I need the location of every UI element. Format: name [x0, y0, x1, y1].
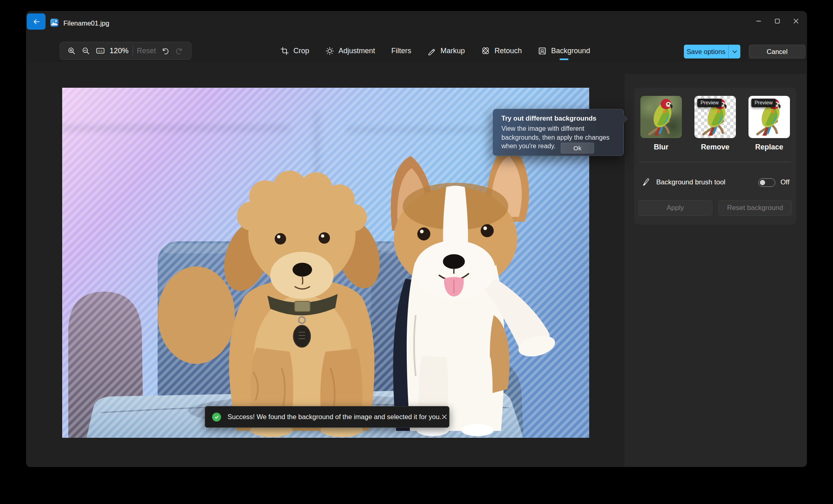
minimize-icon	[755, 17, 763, 25]
maximize-button[interactable]	[768, 13, 787, 29]
reset-zoom-button[interactable]: Reset	[137, 47, 156, 55]
replace-thumbnail: Preview	[748, 96, 790, 138]
brush-tool-toggle[interactable]	[758, 178, 775, 187]
chevron-down-icon	[732, 50, 737, 54]
close-icon	[441, 414, 447, 420]
zoom-in-icon	[67, 47, 76, 55]
option-remove[interactable]: Preview Remove	[694, 96, 736, 151]
back-arrow-icon	[33, 18, 40, 26]
undo-button[interactable]	[160, 45, 170, 57]
tab-adjustment[interactable]: Adjustment	[325, 47, 375, 55]
apply-button[interactable]: Apply	[638, 200, 712, 216]
tab-label: Retouch	[495, 47, 522, 55]
active-tab-underline	[560, 58, 568, 60]
option-label: Replace	[748, 143, 790, 151]
panel-divider	[639, 162, 791, 162]
redo-button[interactable]	[174, 45, 185, 57]
background-icon	[538, 47, 547, 55]
background-brush-row: Background brush tool Off	[641, 174, 790, 191]
redo-icon	[175, 47, 184, 55]
option-blur[interactable]: Blur	[640, 96, 682, 151]
tab-background[interactable]: Background	[538, 47, 590, 55]
toast-message: Success! We found the background of the …	[228, 413, 441, 421]
back-button[interactable]	[27, 13, 46, 30]
editor-toolbar: 1:1 120% Reset	[26, 42, 807, 62]
tab-label: Filters	[391, 47, 411, 55]
zoom-out-icon	[82, 47, 90, 55]
background-options-card: Blur Preview Remove Preview	[634, 88, 796, 225]
toolbar-divider	[132, 45, 133, 56]
background-teaching-tip: Try out different backgrounds View the i…	[493, 109, 624, 156]
tab-label: Adjustment	[338, 47, 375, 55]
photos-app-window: Filename01.jpg	[26, 11, 807, 467]
editor-tabs: Crop Adjustment Filters	[280, 42, 590, 60]
option-label: Blur	[640, 143, 682, 151]
zoom-controls-group: 1:1 120% Reset	[60, 42, 191, 60]
brush-tool-label: Background brush tool	[656, 178, 725, 186]
preview-badge: Preview	[751, 99, 776, 107]
option-label: Remove	[694, 143, 736, 151]
brush-icon	[641, 177, 651, 187]
tab-retouch[interactable]: Retouch	[481, 46, 522, 55]
tab-label: Markup	[440, 47, 465, 55]
actual-size-button[interactable]: 1:1	[95, 45, 106, 57]
save-options-label: Save options	[684, 45, 728, 58]
window-title: Filename01.jpg	[63, 19, 109, 27]
minimize-button[interactable]	[749, 13, 768, 29]
tab-crop[interactable]: Crop	[280, 47, 309, 55]
zoom-in-button[interactable]	[66, 45, 77, 57]
cancel-button[interactable]: Cancel	[749, 45, 805, 58]
one-to-one-icon: 1:1	[96, 46, 105, 55]
panel-actions: Apply Reset background	[638, 200, 792, 216]
svg-text:1:1: 1:1	[98, 49, 103, 53]
save-options-dropdown[interactable]	[728, 45, 740, 58]
retouch-bandage-icon	[481, 46, 490, 55]
brush-tool-state: Off	[781, 178, 790, 186]
crop-icon	[280, 47, 289, 55]
option-replace[interactable]: Preview Replace	[748, 96, 790, 151]
zoom-out-button[interactable]	[81, 45, 91, 57]
preview-badge: Preview	[697, 99, 722, 107]
desktop: Filename01.jpg	[0, 0, 833, 504]
markup-pen-icon	[427, 47, 436, 55]
zoom-level-value: 120%	[110, 47, 129, 55]
tab-filters[interactable]: Filters	[391, 47, 411, 55]
toast-close-button[interactable]	[441, 411, 447, 424]
success-toast: Success! We found the background of the …	[205, 406, 449, 428]
success-check-icon	[212, 413, 221, 422]
blur-thumbnail	[640, 96, 682, 138]
remove-thumbnail: Preview	[694, 96, 736, 138]
close-button[interactable]	[787, 13, 805, 29]
photos-app-icon	[50, 18, 59, 27]
close-icon	[792, 17, 800, 25]
tooltip-ok-button[interactable]: Ok	[561, 143, 594, 154]
maximize-icon	[773, 17, 781, 25]
window-controls	[749, 13, 805, 29]
adjustment-icon	[325, 47, 334, 55]
undo-icon	[161, 47, 169, 55]
tooltip-body: View the image with different background…	[501, 124, 618, 151]
background-panel: Blur Preview Remove Preview	[625, 74, 807, 467]
tooltip-title: Try out different backgrounds	[501, 115, 615, 122]
toggle-knob	[760, 180, 765, 185]
parrot-preview-image	[640, 96, 682, 138]
background-options: Blur Preview Remove Preview	[640, 96, 790, 151]
tab-label: Crop	[293, 47, 309, 55]
title-bar: Filename01.jpg	[26, 11, 807, 35]
tab-markup[interactable]: Markup	[427, 47, 465, 55]
reset-background-button[interactable]: Reset background	[718, 200, 792, 216]
save-options-button[interactable]: Save options	[684, 45, 740, 58]
tab-label: Background	[551, 47, 590, 55]
